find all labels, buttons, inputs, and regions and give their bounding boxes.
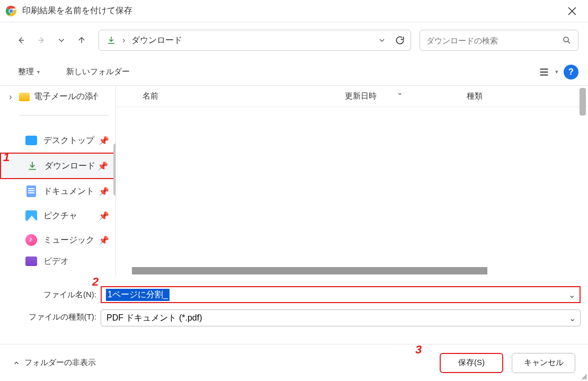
breadcrumb-separator-icon: › — [122, 36, 125, 45]
up-button[interactable] — [73, 32, 90, 49]
quick-access-music[interactable]: ミュージック 📌 — [0, 228, 115, 252]
quick-access-pictures[interactable]: ピクチャ 📌 — [0, 203, 115, 228]
filename-value: 1ページに分割_ — [106, 289, 170, 301]
navigation-pane[interactable]: › 電子メールの添付 デスクトップ 📌 ダウンロード 📌 ドキュメント 📌 — [0, 86, 115, 277]
vertical-scrollbar[interactable] — [580, 88, 586, 116]
desktop-icon — [25, 136, 37, 145]
chevron-down-icon — [57, 36, 66, 45]
view-mode-button[interactable] — [535, 63, 553, 81]
organize-label: 整理 — [18, 67, 34, 77]
hide-folders-label: フォルダーの非表示 — [24, 358, 96, 368]
download-icon — [27, 161, 38, 171]
file-list-pane[interactable]: 名前 ⌄ 更新日時 種類 — [115, 86, 588, 277]
caret-down-icon: ▾ — [555, 68, 558, 75]
chevron-right-icon: › — [6, 92, 15, 102]
refresh-icon[interactable] — [395, 35, 405, 46]
chevron-down-icon[interactable]: ⌄ — [569, 313, 576, 323]
download-icon — [106, 36, 116, 45]
pin-icon: 📌 — [99, 187, 109, 197]
quick-access-label: デスクトップ — [43, 135, 94, 146]
save-button[interactable]: 保存(S) — [440, 353, 503, 373]
arrow-up-icon — [77, 36, 86, 45]
document-icon — [26, 185, 36, 197]
new-folder-label: 新しいフォルダー — [66, 67, 130, 77]
annotation-3: 3 — [415, 343, 422, 357]
sort-indicator-icon: ⌄ — [397, 88, 403, 96]
svg-point-4 — [564, 37, 568, 42]
chevron-up-icon — [13, 359, 20, 367]
caret-down-icon: ▾ — [37, 69, 40, 75]
pin-icon: 📌 — [99, 235, 109, 245]
chevron-down-icon[interactable]: ⌄ — [568, 290, 575, 300]
folder-icon — [19, 93, 30, 101]
breadcrumb[interactable]: ダウンロード — [131, 35, 182, 46]
column-header-name[interactable]: 名前 — [116, 91, 338, 101]
filetype-value: PDF ドキュメント (*.pdf) — [106, 313, 202, 324]
window-title: 印刷結果を名前を付けて保存 — [22, 5, 562, 16]
pin-icon: 📌 — [99, 211, 109, 221]
quick-access-label: ピクチャ — [43, 210, 77, 221]
search-box[interactable] — [420, 30, 578, 51]
new-folder-button[interactable]: 新しいフォルダー — [61, 64, 135, 80]
arrow-right-icon — [37, 36, 46, 45]
help-button[interactable]: ? — [564, 65, 578, 79]
help-icon: ? — [568, 67, 574, 77]
quick-access-downloads[interactable]: ダウンロード 📌 — [0, 153, 115, 179]
chevron-down-icon[interactable] — [378, 36, 386, 45]
horizontal-scrollbar[interactable] — [132, 267, 487, 274]
filetype-label: ファイルの種類(T): — [0, 312, 101, 322]
picture-icon — [25, 210, 37, 221]
quick-access-label: ビデオ — [43, 256, 69, 267]
filetype-select[interactable]: PDF ドキュメント (*.pdf) ⌄ — [101, 309, 581, 326]
divider — [19, 115, 109, 116]
quick-access-label: ミュージック — [43, 235, 94, 246]
column-header-type[interactable]: 種類 — [460, 91, 588, 101]
arrow-left-icon — [16, 36, 26, 45]
organize-menu[interactable]: 整理 ▾ — [13, 64, 45, 80]
hide-folders-toggle[interactable]: フォルダーの非表示 — [13, 358, 96, 368]
column-header-date[interactable]: ⌄ 更新日時 — [338, 91, 460, 101]
address-bar[interactable]: › ダウンロード — [99, 30, 411, 51]
quick-access-label: ドキュメント — [43, 186, 94, 197]
close-button[interactable] — [562, 1, 583, 22]
quick-access-label: ダウンロード — [44, 161, 95, 172]
chrome-logo-icon — [5, 5, 17, 17]
video-icon — [25, 256, 37, 266]
pin-icon: 📌 — [99, 136, 109, 146]
forward-button[interactable] — [33, 32, 50, 49]
cancel-button[interactable]: キャンセル — [512, 353, 575, 373]
pin-icon: 📌 — [97, 161, 108, 171]
music-icon — [25, 234, 37, 246]
list-view-icon — [538, 66, 550, 78]
quick-access-desktop[interactable]: デスクトップ 📌 — [0, 128, 115, 153]
tree-item-email-attachments[interactable]: › 電子メールの添付 — [0, 88, 115, 105]
filename-label: ファイル名(N): — [0, 290, 101, 300]
quick-access-documents[interactable]: ドキュメント 📌 — [0, 179, 115, 203]
annotation-1: 1 — [3, 150, 10, 164]
recent-dropdown[interactable] — [53, 32, 70, 49]
search-icon — [562, 36, 572, 45]
resize-grip-icon[interactable]: ◢ — [581, 371, 587, 380]
search-input[interactable] — [426, 36, 562, 45]
close-icon — [568, 7, 576, 15]
annotation-2: 2 — [92, 275, 99, 289]
filename-input[interactable]: 1ページに分割_ ⌄ — [101, 286, 581, 303]
back-button[interactable] — [13, 32, 30, 49]
tree-item-label: 電子メールの添付 — [34, 91, 97, 102]
quick-access-videos[interactable]: ビデオ — [0, 252, 115, 268]
